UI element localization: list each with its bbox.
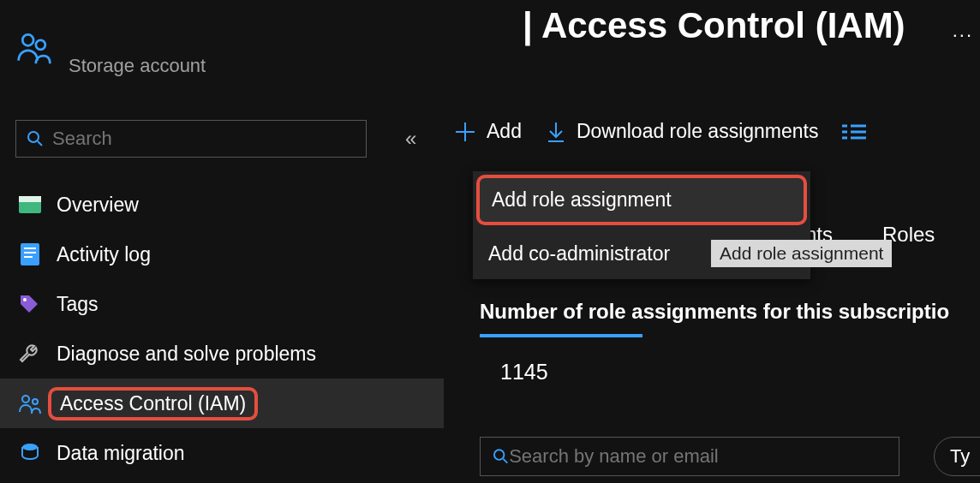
dropdown-add-role-assignment[interactable]: Add role assignment bbox=[476, 175, 807, 225]
search-assignments-input[interactable] bbox=[509, 445, 887, 468]
sidebar-item-label: Overview bbox=[57, 194, 139, 217]
section-title: Number of role assignments for this subs… bbox=[480, 300, 949, 324]
download-icon bbox=[546, 121, 566, 143]
people-icon bbox=[15, 29, 57, 70]
svg-point-2 bbox=[28, 132, 39, 142]
sidebar-item-label: Diagnose and solve problems bbox=[57, 343, 316, 366]
sidebar-item-overview[interactable]: Overview bbox=[15, 180, 435, 230]
svg-point-24 bbox=[494, 450, 505, 460]
sidebar-search[interactable] bbox=[15, 120, 367, 158]
sidebar-item-diagnose[interactable]: Diagnose and solve problems bbox=[15, 329, 435, 379]
tags-icon bbox=[17, 291, 43, 317]
add-button[interactable]: Add bbox=[454, 120, 522, 143]
tooltip: Add role assignment bbox=[711, 240, 892, 267]
download-label: Download role assignments bbox=[577, 120, 819, 143]
svg-rect-9 bbox=[24, 256, 33, 258]
list-view-button[interactable] bbox=[842, 123, 866, 140]
people-small-icon bbox=[17, 391, 43, 416]
wrench-icon bbox=[17, 341, 43, 367]
overview-icon bbox=[17, 192, 43, 218]
type-filter[interactable]: Ty bbox=[934, 437, 980, 476]
search-icon bbox=[27, 130, 44, 147]
resource-type-label: Storage account bbox=[69, 55, 206, 77]
add-label: Add bbox=[487, 120, 522, 143]
sidebar-search-input[interactable] bbox=[52, 128, 356, 150]
svg-rect-7 bbox=[24, 247, 36, 249]
svg-point-10 bbox=[23, 298, 27, 301]
activity-log-icon bbox=[17, 242, 43, 267]
sidebar-item-access-control[interactable]: Access Control (IAM) bbox=[0, 379, 444, 428]
sidebar-item-data-migration[interactable]: Data migration bbox=[15, 428, 435, 478]
page-title: | Access Control (IAM) bbox=[523, 5, 905, 46]
list-icon bbox=[842, 123, 866, 140]
svg-point-11 bbox=[22, 396, 29, 402]
svg-point-0 bbox=[22, 34, 33, 45]
sidebar-item-tags[interactable]: Tags bbox=[15, 279, 435, 329]
svg-rect-6 bbox=[21, 243, 39, 265]
download-role-assignments-button[interactable]: Download role assignments bbox=[546, 120, 819, 143]
search-assignments[interactable] bbox=[480, 437, 899, 476]
assignment-count: 1145 bbox=[500, 360, 548, 385]
database-icon bbox=[17, 440, 43, 466]
svg-rect-5 bbox=[19, 196, 41, 202]
svg-line-25 bbox=[503, 459, 507, 463]
collapse-icon[interactable]: « bbox=[405, 127, 416, 151]
sidebar-item-label: Data migration bbox=[57, 442, 185, 465]
sidebar-item-activity-log[interactable]: Activity log bbox=[15, 230, 435, 279]
svg-rect-8 bbox=[24, 252, 36, 253]
sidebar-item-label: Activity log bbox=[57, 243, 151, 266]
progress-bar bbox=[480, 334, 651, 337]
search-icon bbox=[493, 448, 509, 465]
plus-icon bbox=[454, 121, 476, 143]
more-icon[interactable]: ··· bbox=[953, 24, 973, 46]
svg-line-3 bbox=[38, 141, 42, 146]
svg-point-12 bbox=[33, 399, 38, 404]
sidebar-item-label: Tags bbox=[57, 293, 99, 316]
svg-point-13 bbox=[22, 444, 38, 450]
svg-point-1 bbox=[36, 40, 45, 50]
sidebar-item-label: Access Control (IAM) bbox=[48, 387, 258, 420]
